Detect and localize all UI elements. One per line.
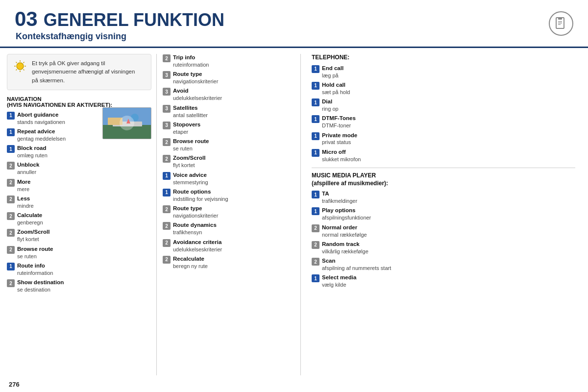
list-item: 2Browse routese ruten — [7, 245, 151, 260]
item-label-en: Recalculate — [173, 255, 208, 263]
svg-line-11 — [24, 70, 24, 71]
header-title-row: 03 GENEREL FUNKTION — [15, 9, 224, 29]
nav-heading: NAVIGATION (HVIS NAVIGATIONEN ER AKTIVER… — [7, 96, 151, 108]
item-label-en: Private mode — [322, 132, 357, 139]
page-header: 03 GENEREL FUNKTION Kontekstafhængig vis… — [0, 0, 588, 48]
item-badge: 3 — [163, 88, 171, 96]
chapter-number: 03 — [15, 9, 38, 29]
item-badge: 1 — [312, 132, 319, 140]
item-badge: 2 — [163, 138, 171, 146]
item-badge: 1 — [7, 145, 15, 153]
col-middle: 2Trip inforuteinformation3Route typenavi… — [156, 54, 301, 375]
item-badge: 3 — [163, 105, 171, 113]
item-label-dk: ring op — [322, 105, 339, 112]
list-item: 1Play optionsafspilningsfunktioner — [312, 207, 575, 221]
item-badge: 1 — [312, 274, 319, 282]
music-heading: MUSIC MEDIA PLAYER (afspillere af musikm… — [312, 172, 575, 187]
item-badge: 1 — [312, 191, 319, 198]
item-badge: 2 — [312, 258, 319, 266]
item-badge: 1 — [7, 112, 15, 120]
item-badge: 2 — [163, 222, 171, 230]
item-label-en: Abort guidance — [17, 111, 65, 119]
list-item: 2Show destinationse destination — [7, 279, 151, 293]
chapter-title: GENEREL FUNKTION — [44, 11, 224, 29]
list-item: 2Calculategenberegn — [7, 212, 151, 226]
item-label-dk: udelukkelseskriterier — [173, 246, 222, 253]
item-label-dk: etaper — [173, 128, 200, 135]
item-label-en: Zoom/Scroll — [17, 228, 49, 236]
item-label-dk: ruteinformation — [17, 270, 53, 276]
item-badge: 3 — [163, 71, 171, 79]
item-label-en: Random track — [322, 241, 368, 248]
list-item: 1End calllæg på — [312, 65, 575, 79]
item-label-en: Hold call — [322, 81, 350, 89]
telephone-heading: TELEPHONE: — [312, 54, 575, 62]
item-label-en: Less — [17, 195, 34, 202]
list-item: 1DTMF-TonesDTMF-toner — [312, 115, 575, 129]
item-label-en: Micro off — [322, 148, 361, 156]
item-badge: 1 — [163, 189, 171, 196]
list-item: 2Lessmindre — [7, 195, 151, 209]
music-items-list: 1TAtrafikmeldinger1Play optionsafspilnin… — [312, 190, 575, 288]
item-label-dk: stemmestyring — [173, 179, 208, 186]
svg-line-13 — [16, 70, 17, 71]
navigation-items: 1Abort guidancestands navigationen1Repea… — [7, 111, 151, 294]
list-item: 2Zoom/Scrollflyt kortet — [163, 154, 294, 169]
svg-line-12 — [24, 62, 24, 63]
item-badge: 2 — [7, 179, 15, 187]
info-text: Et tryk på OK giver adgang til genvejsme… — [32, 59, 135, 85]
item-badge: 1 — [312, 65, 319, 73]
list-item: 1Dialring op — [312, 98, 575, 112]
header-left: 03 GENEREL FUNKTION Kontekstafhængig vis… — [15, 9, 224, 42]
page-number: 276 — [9, 381, 20, 388]
main-content: Et tryk på OK giver adgang til genvejsme… — [0, 48, 588, 381]
item-badge: 2 — [312, 241, 319, 249]
item-label-dk: antal satellitter — [173, 112, 208, 119]
middle-items-list: 2Trip inforuteinformation3Route typenavi… — [163, 54, 294, 270]
item-label-en: Dial — [322, 98, 339, 105]
manual-icon — [549, 11, 573, 36]
item-label-en: Voice advice — [173, 172, 208, 179]
list-item: 1Block roadomlæg ruten — [7, 145, 151, 159]
list-item: 1Voice advicestemmestyring — [163, 172, 294, 186]
list-item: 1Private modeprivat status — [312, 132, 575, 146]
item-label-en: Satellites — [173, 104, 208, 112]
item-label-dk: mere — [17, 186, 30, 193]
list-item: 2Moremere — [7, 178, 151, 193]
item-badge: 1 — [7, 263, 15, 270]
item-label-en: Zoom/Scroll — [173, 154, 205, 162]
item-label-dk: omlæg ruten — [17, 152, 48, 159]
item-label-dk: flyt kortet — [17, 236, 49, 243]
list-item: 1Hold callsæt på hold — [312, 81, 575, 96]
item-label-dk: sæt på hold — [322, 89, 350, 96]
list-item: 3Avoidudelukkelseskriterier — [163, 87, 294, 101]
svg-point-5 — [17, 63, 24, 70]
item-label-dk: udelukkelseskriterier — [173, 95, 222, 101]
svg-point-18 — [131, 114, 139, 122]
item-label-en: Browse route — [17, 245, 53, 253]
item-label-en: Route type — [173, 205, 218, 212]
list-item: 1Route inforuteinformation — [7, 262, 151, 276]
list-item: 2Scanafspilning af nummerets start — [312, 257, 575, 271]
item-label-dk: mindre — [17, 202, 34, 209]
section-divider — [312, 168, 575, 168]
list-item: 2Trip inforuteinformation — [163, 54, 294, 68]
item-label-en: Calculate — [17, 212, 43, 219]
item-label-dk: afspilning af nummerets start — [322, 265, 391, 271]
item-label-en: Route type — [173, 71, 218, 78]
list-item: 1Route optionsindstilling for vejvisning — [163, 188, 294, 202]
item-label-dk: navigationskriterier — [173, 78, 218, 85]
item-label-en: Repeat advice — [17, 128, 66, 135]
telephone-section: TELEPHONE: 1End calllæg på1Hold callsæt … — [312, 54, 575, 163]
item-label-en: Scan — [322, 257, 391, 265]
item-label-dk: DTMF-toner — [322, 122, 356, 129]
item-label-dk: afspilningsfunktioner — [322, 214, 371, 221]
svg-rect-1 — [558, 18, 562, 20]
item-label-en: Normal order — [322, 224, 367, 231]
list-item: 2Unblockannuller — [7, 161, 151, 175]
item-label-dk: slukket mikrofon — [322, 156, 361, 163]
svg-rect-15 — [103, 125, 151, 139]
item-label-en: End call — [322, 65, 343, 72]
item-label-dk: genberegn — [17, 219, 43, 226]
list-item: 1Repeat advicegentag meddelelsen — [7, 128, 98, 142]
